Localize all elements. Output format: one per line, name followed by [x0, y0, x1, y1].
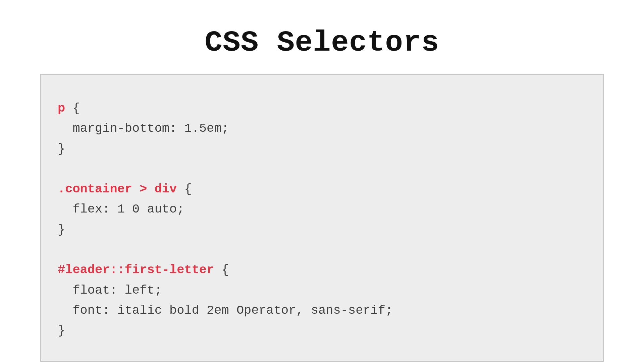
- slide-title: CSS Selectors: [40, 26, 604, 59]
- slide: CSS Selectors p { margin-bottom: 1.5em; …: [0, 0, 644, 362]
- brace-close: }: [58, 223, 65, 237]
- css-declaration: font: italic bold 2em Operator, sans-ser…: [58, 303, 393, 317]
- brace-close: }: [58, 142, 65, 156]
- css-declaration: float: left;: [58, 283, 162, 297]
- code-block: p { margin-bottom: 1.5em; } .container >…: [40, 74, 604, 362]
- brace-open: {: [214, 263, 229, 277]
- brace-open: {: [65, 101, 80, 115]
- brace-open: {: [177, 182, 192, 196]
- brace-close: }: [58, 323, 65, 338]
- css-declaration: flex: 1 0 auto;: [58, 202, 184, 216]
- code-content: p { margin-bottom: 1.5em; } .container >…: [58, 98, 586, 341]
- css-declaration: margin-bottom: 1.5em;: [58, 121, 229, 135]
- css-selector: #leader::first-letter: [58, 263, 214, 277]
- css-selector: p: [58, 101, 65, 115]
- css-selector: .container > div: [58, 182, 177, 196]
